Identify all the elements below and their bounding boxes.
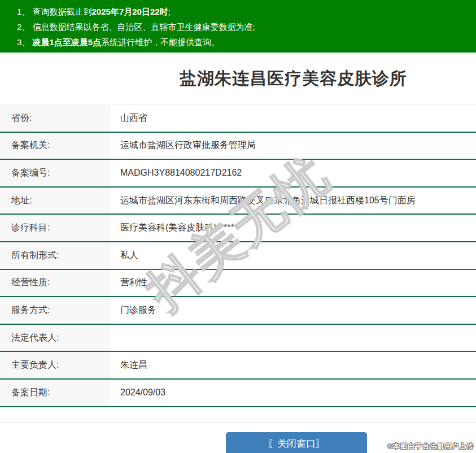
table-row-filing-authority: 备案机关: 运城市盐湖区行政审批服务管理局 xyxy=(0,133,476,160)
row-label: 地址: xyxy=(0,188,111,214)
table-row-ownership: 所有制形式: 私人 xyxy=(0,242,476,270)
notice-bold-text: 2025年7月20日22时 xyxy=(92,7,168,16)
notice-text: ; xyxy=(168,7,171,16)
table-row-clinical-subjects: 诊疗科目: 医疗美容科(美容皮肤科)****** xyxy=(0,215,476,242)
row-label: 主要负责人: xyxy=(0,352,111,378)
row-label: 所有制形式: xyxy=(0,242,111,269)
row-label: 法定代表人: xyxy=(0,325,111,351)
row-label: 服务方式: xyxy=(0,297,111,324)
footer-credit: ©本图由平台注册用户上传 xyxy=(387,442,474,451)
row-value: 山西省 xyxy=(111,105,476,132)
row-value: 运城市盐湖区河东东街和周西路交叉口东北角运城日报社西楼105号门面房 xyxy=(111,188,476,214)
row-value: 营利性 xyxy=(111,270,476,297)
row-label: 经营性质: xyxy=(0,270,111,297)
row-value: 2024/09/03 xyxy=(111,380,476,406)
row-value: 运城市盐湖区行政审批服务管理局 xyxy=(111,133,476,159)
table-row-legal-representative: 法定代表人: xyxy=(0,325,476,352)
row-value: MADGH3Y8814080217D2162 xyxy=(111,160,476,186)
notice-text: 系统进行维护，不能提供查询。 xyxy=(101,37,220,47)
row-value: 朱连昌 xyxy=(111,352,476,378)
table-row-filing-number: 备案编号: MADGH3Y8814080217D2162 xyxy=(0,160,476,188)
notice-text: 3、 xyxy=(17,37,33,47)
table-row-filing-date: 备案日期: 2024/09/03 xyxy=(0,380,476,407)
row-label: 诊疗科目: xyxy=(0,215,111,241)
row-label: 省份: xyxy=(0,105,111,132)
close-window-button[interactable]: 〖关闭窗口〗 xyxy=(226,432,367,453)
notice-line-2: 2、 信息数据结果以各省、自治区、直辖市卫生健康委数据为准; xyxy=(17,19,470,34)
table-row-business-nature: 经营性质: 营利性 xyxy=(0,270,476,298)
row-label: 备案编号: xyxy=(0,160,111,186)
row-value: 门诊服务 xyxy=(111,297,476,324)
notice-bold-text: 凌晨1点至凌晨5点 xyxy=(33,37,102,47)
bottom-separator xyxy=(0,422,476,423)
notice-text: 1、 查询数据截止到 xyxy=(17,7,92,16)
notice-banner: 1、 查询数据截止到2025年7月20日22时; 2、 信息数据结果以各省、自治… xyxy=(0,0,476,53)
page-title: 盐湖朱连昌医疗美容皮肤诊所 xyxy=(111,66,476,91)
row-label: 备案日期: xyxy=(0,380,111,406)
table-row-province: 省份: 山西省 xyxy=(0,105,476,133)
notice-line-1: 1、 查询数据截止到2025年7月20日22时; xyxy=(17,4,470,19)
row-value: 医疗美容科(美容皮肤科)****** xyxy=(111,215,476,241)
row-label: 备案机关: xyxy=(0,133,111,159)
table-row-address: 地址: 运城市盐湖区河东东街和周西路交叉口东北角运城日报社西楼105号门面房 xyxy=(0,188,476,215)
info-table: 省份: 山西省 备案机关: 运城市盐湖区行政审批服务管理局 备案编号: MADG… xyxy=(0,104,476,407)
table-row-main-responsible-person: 主要负责人: 朱连昌 xyxy=(0,352,476,380)
notice-line-3: 3、 凌晨1点至凌晨5点系统进行维护，不能提供查询。 xyxy=(17,34,470,50)
table-row-service-mode: 服务方式: 门诊服务 xyxy=(0,297,476,325)
row-value xyxy=(111,325,476,351)
row-value: 私人 xyxy=(111,242,476,269)
notice-text: 2、 信息数据结果以各省、自治区、直辖市卫生健康委数据为准; xyxy=(17,22,255,32)
